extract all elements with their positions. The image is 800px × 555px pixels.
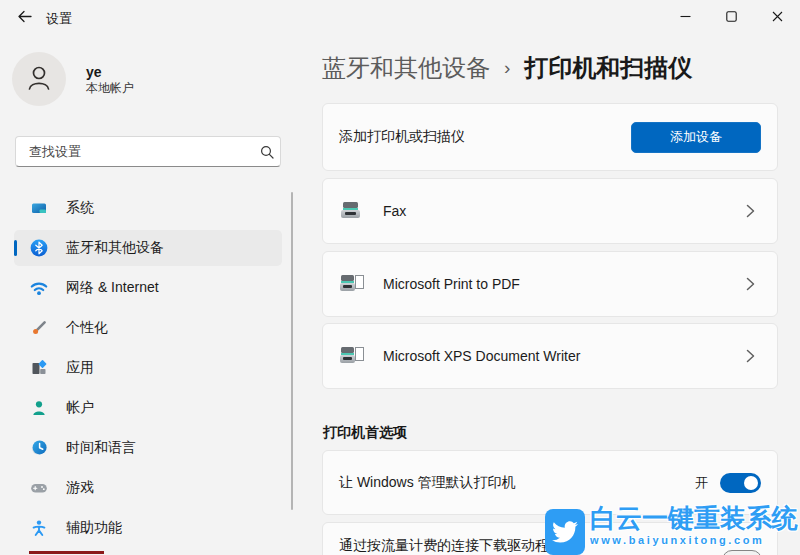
sidebar-item-system[interactable]: 系统: [14, 190, 282, 226]
device-row-fax[interactable]: Fax: [322, 178, 778, 244]
avatar: [12, 52, 66, 106]
titlebar: 设置: [0, 0, 800, 34]
window-controls: [662, 0, 800, 33]
chevron-right-icon: [743, 204, 757, 218]
maximize-button[interactable]: [708, 0, 754, 33]
sidebar-item-network[interactable]: 网络 & Internet: [14, 270, 282, 306]
device-row-print-to-pdf[interactable]: Microsoft Print to PDF: [322, 251, 778, 317]
add-device-button[interactable]: 添加设备: [631, 122, 761, 153]
gamepad-icon: [30, 479, 48, 497]
close-button[interactable]: [754, 0, 800, 33]
search-icon: [254, 145, 280, 159]
watermark-title: 白云一键重装系统: [590, 503, 798, 534]
device-row-xps-writer[interactable]: Microsoft XPS Document Writer: [322, 323, 778, 389]
user-name: ye: [86, 63, 134, 81]
chevron-right-icon: [743, 277, 757, 291]
sidebar-scrollbar[interactable]: [291, 192, 293, 510]
watermark: 白云一键重装系统 www.baiyunxitong.com: [545, 503, 798, 555]
paintbrush-icon: [30, 319, 48, 337]
toggle-state-label: 开: [695, 474, 708, 492]
system-icon: [30, 199, 48, 217]
printer-document-icon: [340, 275, 364, 293]
sidebar-item-time-language[interactable]: 时间和语言: [14, 430, 282, 466]
maximize-icon: [726, 8, 737, 26]
add-printer-card: 添加打印机或扫描仪 添加设备: [322, 103, 778, 171]
back-arrow-icon: [17, 9, 32, 27]
person-outline-icon: [24, 62, 54, 96]
sidebar-item-label: 个性化: [66, 319, 108, 337]
printer-icon: [340, 202, 364, 220]
printer-preferences-heading: 打印机首选项: [323, 424, 407, 442]
sidebar-item-accessibility[interactable]: 辅助功能: [14, 510, 282, 546]
search-input[interactable]: [16, 144, 254, 159]
breadcrumb-separator-icon: ›: [504, 57, 510, 79]
minimize-icon: [680, 8, 691, 26]
bird-logo-icon: [545, 509, 585, 555]
sidebar-item-gaming[interactable]: 游戏: [14, 470, 282, 506]
user-account[interactable]: ye 本地帐户: [12, 50, 282, 108]
sidebar-item-label: 帐户: [66, 399, 94, 417]
sidebar-item-accounts[interactable]: 帐户: [14, 390, 282, 426]
default-printer-toggle[interactable]: [720, 473, 761, 493]
clock-icon: [30, 439, 48, 457]
bluetooth-icon: [30, 239, 48, 257]
search-box[interactable]: [15, 136, 281, 167]
sidebar-item-bluetooth-devices[interactable]: 蓝牙和其他设备: [14, 230, 282, 266]
sidebar-item-personalization[interactable]: 个性化: [14, 310, 282, 346]
sidebar-item-label: 游戏: [66, 479, 94, 497]
metered-connection-label: 通过按流量计费的连接下载驱动程序和: [339, 537, 577, 555]
add-printer-label: 添加打印机或扫描仪: [339, 128, 465, 146]
breadcrumb-parent[interactable]: 蓝牙和其他设备: [322, 52, 490, 84]
sidebar-item-label: 蓝牙和其他设备: [66, 239, 164, 257]
device-name: Fax: [383, 203, 743, 219]
minimize-button[interactable]: [662, 0, 708, 33]
red-underline: [29, 551, 104, 554]
device-name: Microsoft XPS Document Writer: [383, 348, 743, 364]
apps-icon: [30, 359, 48, 377]
sidebar-item-label: 系统: [66, 199, 94, 217]
page-title: 打印机和扫描仪: [524, 52, 692, 84]
sidebar-item-label: 时间和语言: [66, 439, 136, 457]
close-icon: [772, 8, 783, 26]
user-account-type: 本地帐户: [86, 81, 134, 96]
device-name: Microsoft Print to PDF: [383, 276, 743, 292]
printer-document-icon: [340, 347, 364, 365]
wifi-icon: [30, 279, 48, 297]
default-printer-label: 让 Windows 管理默认打印机: [339, 474, 516, 492]
app-title: 设置: [46, 10, 72, 28]
accessibility-icon: [30, 519, 48, 537]
sidebar-item-label: 辅助功能: [66, 519, 122, 537]
watermark-url: www.baiyunxitong.com: [590, 534, 798, 547]
back-button[interactable]: [12, 6, 36, 30]
sidebar-item-apps[interactable]: 应用: [14, 350, 282, 386]
chevron-right-icon: [743, 349, 757, 363]
sidebar-item-label: 应用: [66, 359, 94, 377]
sidebar-item-label: 网络 & Internet: [66, 279, 159, 297]
breadcrumb: 蓝牙和其他设备 › 打印机和扫描仪: [322, 52, 692, 84]
sidebar-nav: 系统 蓝牙和其他设备 网络 & Internet 个性化 应用 帐户 时间和: [14, 190, 282, 550]
person-icon: [30, 399, 48, 417]
